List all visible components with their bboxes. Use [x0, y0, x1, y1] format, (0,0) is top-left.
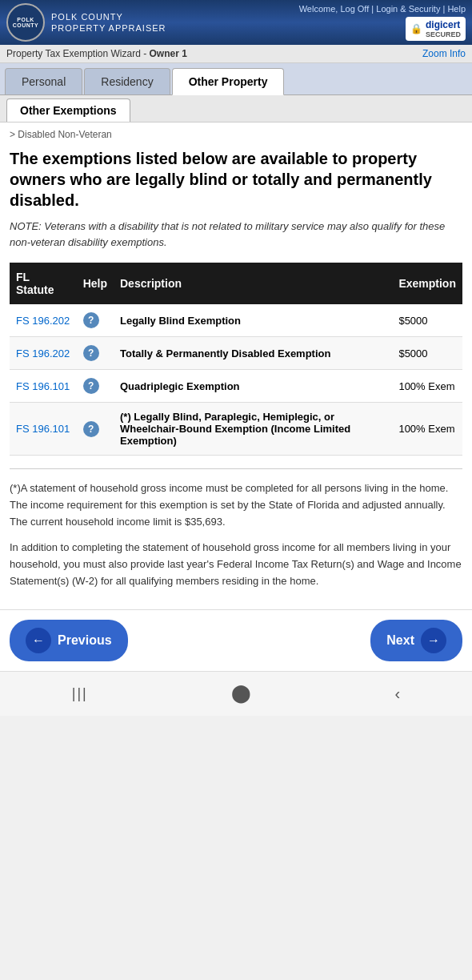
description-text: Quadriplegic Exemption	[120, 380, 240, 392]
help-button[interactable]: ?	[83, 378, 99, 394]
main-content: > Disabled Non-Veteran The exemptions li…	[0, 122, 472, 609]
android-recents-icon[interactable]: |||	[72, 685, 88, 702]
logo-icon: POLKCOUNTY	[6, 3, 45, 42]
statute-link[interactable]: FS 196.202	[16, 347, 70, 359]
subtab-bar: Other Exemptions	[0, 95, 472, 122]
header-links: Welcome, Log Off | Login & Security | He…	[299, 4, 466, 14]
android-back-icon[interactable]: ‹	[395, 685, 401, 703]
previous-arrow-icon: ←	[26, 628, 51, 653]
footer-buttons: ← Previous Next →	[0, 609, 472, 671]
col-exemption: Exemption	[392, 263, 462, 304]
help-button[interactable]: ?	[83, 345, 99, 361]
tab-personal[interactable]: Personal	[5, 68, 82, 94]
breadcrumb: > Disabled Non-Veteran	[10, 129, 462, 140]
description-text: (*) Legally Blind, Paraplegic, Hemiplegi…	[120, 411, 350, 447]
statute-link[interactable]: FS 196.101	[16, 380, 70, 392]
next-button[interactable]: Next →	[370, 620, 462, 661]
description-text: Legally Blind Exemption	[120, 315, 241, 327]
zoom-info-link[interactable]: Zoom Info	[422, 48, 466, 59]
help-button[interactable]: ?	[83, 312, 99, 328]
lock-icon: 🔒	[410, 23, 422, 34]
header-right: Welcome, Log Off | Login & Security | He…	[299, 4, 466, 41]
help-link[interactable]: Help	[447, 4, 466, 14]
login-security-link[interactable]: Login & Security	[376, 4, 440, 14]
statute-link[interactable]: FS 196.202	[16, 315, 70, 327]
exemption-value: 100% Exem	[392, 370, 462, 403]
col-help: Help	[77, 263, 114, 304]
app-title: POLK COUNTY PROPERTY APPRAISER	[51, 11, 166, 34]
logout-link[interactable]: Log Off	[340, 4, 369, 14]
exemption-value: 100% Exem	[392, 403, 462, 456]
android-home-icon[interactable]: ⬤	[231, 683, 251, 704]
tab-residency[interactable]: Residency	[84, 68, 170, 94]
digicert-badge: 🔒 digicert SECURED	[406, 17, 466, 41]
intro-heading: The exemptions listed below are availabl…	[10, 148, 462, 211]
statute-link[interactable]: FS 196.101	[16, 423, 70, 435]
main-tabs: Personal Residency Other Property	[0, 63, 472, 94]
content-area: Other Exemptions > Disabled Non-Veteran …	[0, 94, 472, 671]
help-button[interactable]: ?	[83, 421, 99, 437]
footnote-para1: (*)A statement of household gross income…	[10, 480, 462, 530]
tab-other-property[interactable]: Other Property	[172, 68, 285, 95]
table-row: FS 196.202?Legally Blind Exemption$5000	[10, 304, 462, 337]
exemption-table: FL Statute Help Description Exemption FS…	[10, 263, 462, 456]
subtab-other-exemptions[interactable]: Other Exemptions	[6, 98, 130, 122]
table-row: FS 196.101?(*) Legally Blind, Paraplegic…	[10, 403, 462, 456]
footnote-para2: In addition to completing the statement …	[10, 540, 462, 589]
table-row: FS 196.101?Quadriplegic Exemption100% Ex…	[10, 370, 462, 403]
logo-area: POLKCOUNTY POLK COUNTY PROPERTY APPRAISE…	[6, 3, 166, 42]
exemption-value: $5000	[392, 337, 462, 370]
wizard-nav-bar: Property Tax Exemption Wizard - Owner 1 …	[0, 45, 472, 63]
description-text: Totally & Permanently Disabled Exemption	[120, 347, 330, 359]
note-text: NOTE: Veterans with a disability that is…	[10, 219, 462, 250]
previous-button[interactable]: ← Previous	[10, 620, 128, 661]
divider	[10, 468, 462, 469]
col-fl-statute: FL Statute	[10, 263, 77, 304]
col-description: Description	[114, 263, 392, 304]
exemption-value: $5000	[392, 304, 462, 337]
app-header: POLKCOUNTY POLK COUNTY PROPERTY APPRAISE…	[0, 0, 472, 45]
wizard-label: Property Tax Exemption Wizard - Owner 1	[6, 48, 187, 59]
android-nav-bar: ||| ⬤ ‹	[0, 671, 472, 716]
footnote-block: (*)A statement of household gross income…	[10, 480, 462, 590]
next-arrow-icon: →	[421, 628, 446, 653]
table-row: FS 196.202?Totally & Permanently Disable…	[10, 337, 462, 370]
